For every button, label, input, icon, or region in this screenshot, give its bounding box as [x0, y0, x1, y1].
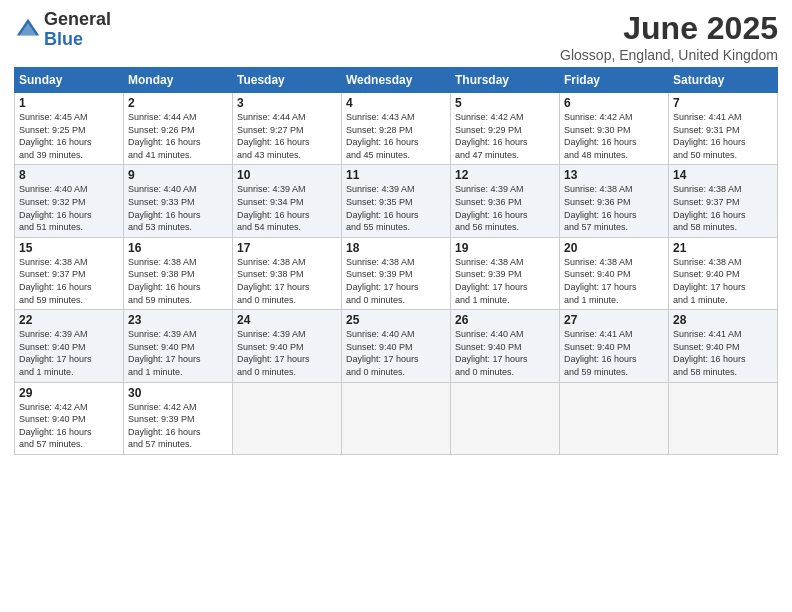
calendar-cell: 13Sunrise: 4:38 AM Sunset: 9:36 PM Dayli…: [560, 165, 669, 237]
calendar-cell: 10Sunrise: 4:39 AM Sunset: 9:34 PM Dayli…: [233, 165, 342, 237]
day-number: 18: [346, 241, 446, 255]
calendar-cell: [451, 382, 560, 454]
day-info: Sunrise: 4:38 AM Sunset: 9:38 PM Dayligh…: [237, 256, 337, 306]
day-info: Sunrise: 4:38 AM Sunset: 9:38 PM Dayligh…: [128, 256, 228, 306]
logo-icon: [14, 16, 42, 44]
calendar-week-row-5: 29Sunrise: 4:42 AM Sunset: 9:40 PM Dayli…: [15, 382, 778, 454]
logo: General Blue: [14, 10, 111, 50]
day-number: 13: [564, 168, 664, 182]
day-number: 8: [19, 168, 119, 182]
day-info: Sunrise: 4:40 AM Sunset: 9:40 PM Dayligh…: [346, 328, 446, 378]
day-info: Sunrise: 4:39 AM Sunset: 9:40 PM Dayligh…: [19, 328, 119, 378]
calendar-cell: 21Sunrise: 4:38 AM Sunset: 9:40 PM Dayli…: [669, 237, 778, 309]
day-info: Sunrise: 4:40 AM Sunset: 9:40 PM Dayligh…: [455, 328, 555, 378]
day-number: 14: [673, 168, 773, 182]
day-info: Sunrise: 4:40 AM Sunset: 9:32 PM Dayligh…: [19, 183, 119, 233]
calendar-cell: 11Sunrise: 4:39 AM Sunset: 9:35 PM Dayli…: [342, 165, 451, 237]
day-number: 20: [564, 241, 664, 255]
day-number: 2: [128, 96, 228, 110]
calendar-cell: 25Sunrise: 4:40 AM Sunset: 9:40 PM Dayli…: [342, 310, 451, 382]
calendar-cell: 20Sunrise: 4:38 AM Sunset: 9:40 PM Dayli…: [560, 237, 669, 309]
calendar-cell: 17Sunrise: 4:38 AM Sunset: 9:38 PM Dayli…: [233, 237, 342, 309]
subtitle: Glossop, England, United Kingdom: [560, 47, 778, 63]
day-number: 23: [128, 313, 228, 327]
day-info: Sunrise: 4:44 AM Sunset: 9:27 PM Dayligh…: [237, 111, 337, 161]
day-number: 15: [19, 241, 119, 255]
calendar-cell: 15Sunrise: 4:38 AM Sunset: 9:37 PM Dayli…: [15, 237, 124, 309]
day-number: 12: [455, 168, 555, 182]
day-number: 3: [237, 96, 337, 110]
day-number: 10: [237, 168, 337, 182]
calendar-cell: [669, 382, 778, 454]
page: General Blue June 2025 Glossop, England,…: [0, 0, 792, 612]
day-number: 7: [673, 96, 773, 110]
day-info: Sunrise: 4:42 AM Sunset: 9:30 PM Dayligh…: [564, 111, 664, 161]
calendar-header-saturday: Saturday: [669, 68, 778, 93]
day-number: 29: [19, 386, 119, 400]
day-number: 9: [128, 168, 228, 182]
calendar-week-row-1: 1Sunrise: 4:45 AM Sunset: 9:25 PM Daylig…: [15, 93, 778, 165]
calendar-cell: 18Sunrise: 4:38 AM Sunset: 9:39 PM Dayli…: [342, 237, 451, 309]
logo-text: General Blue: [44, 10, 111, 50]
calendar-week-row-4: 22Sunrise: 4:39 AM Sunset: 9:40 PM Dayli…: [15, 310, 778, 382]
calendar-header-sunday: Sunday: [15, 68, 124, 93]
calendar-header-wednesday: Wednesday: [342, 68, 451, 93]
day-info: Sunrise: 4:39 AM Sunset: 9:40 PM Dayligh…: [128, 328, 228, 378]
calendar-header-tuesday: Tuesday: [233, 68, 342, 93]
day-info: Sunrise: 4:38 AM Sunset: 9:39 PM Dayligh…: [346, 256, 446, 306]
calendar-cell: 16Sunrise: 4:38 AM Sunset: 9:38 PM Dayli…: [124, 237, 233, 309]
day-info: Sunrise: 4:39 AM Sunset: 9:40 PM Dayligh…: [237, 328, 337, 378]
logo-general: General: [44, 10, 111, 30]
day-info: Sunrise: 4:41 AM Sunset: 9:40 PM Dayligh…: [564, 328, 664, 378]
day-info: Sunrise: 4:41 AM Sunset: 9:31 PM Dayligh…: [673, 111, 773, 161]
calendar-header-monday: Monday: [124, 68, 233, 93]
calendar-week-row-2: 8Sunrise: 4:40 AM Sunset: 9:32 PM Daylig…: [15, 165, 778, 237]
day-number: 30: [128, 386, 228, 400]
calendar-cell: 27Sunrise: 4:41 AM Sunset: 9:40 PM Dayli…: [560, 310, 669, 382]
calendar-cell: 30Sunrise: 4:42 AM Sunset: 9:39 PM Dayli…: [124, 382, 233, 454]
calendar-cell: 24Sunrise: 4:39 AM Sunset: 9:40 PM Dayli…: [233, 310, 342, 382]
day-info: Sunrise: 4:38 AM Sunset: 9:39 PM Dayligh…: [455, 256, 555, 306]
day-info: Sunrise: 4:38 AM Sunset: 9:40 PM Dayligh…: [564, 256, 664, 306]
month-title: June 2025: [560, 10, 778, 47]
day-number: 27: [564, 313, 664, 327]
calendar-header-thursday: Thursday: [451, 68, 560, 93]
calendar-cell: 5Sunrise: 4:42 AM Sunset: 9:29 PM Daylig…: [451, 93, 560, 165]
day-info: Sunrise: 4:42 AM Sunset: 9:40 PM Dayligh…: [19, 401, 119, 451]
calendar-week-row-3: 15Sunrise: 4:38 AM Sunset: 9:37 PM Dayli…: [15, 237, 778, 309]
day-number: 6: [564, 96, 664, 110]
calendar-cell: 2Sunrise: 4:44 AM Sunset: 9:26 PM Daylig…: [124, 93, 233, 165]
calendar-cell: 22Sunrise: 4:39 AM Sunset: 9:40 PM Dayli…: [15, 310, 124, 382]
day-number: 4: [346, 96, 446, 110]
header: General Blue June 2025 Glossop, England,…: [14, 10, 778, 63]
calendar-cell: 9Sunrise: 4:40 AM Sunset: 9:33 PM Daylig…: [124, 165, 233, 237]
day-info: Sunrise: 4:39 AM Sunset: 9:36 PM Dayligh…: [455, 183, 555, 233]
calendar-cell: 28Sunrise: 4:41 AM Sunset: 9:40 PM Dayli…: [669, 310, 778, 382]
calendar-cell: 19Sunrise: 4:38 AM Sunset: 9:39 PM Dayli…: [451, 237, 560, 309]
calendar-cell: 4Sunrise: 4:43 AM Sunset: 9:28 PM Daylig…: [342, 93, 451, 165]
day-number: 28: [673, 313, 773, 327]
day-number: 5: [455, 96, 555, 110]
day-number: 21: [673, 241, 773, 255]
calendar-header-friday: Friday: [560, 68, 669, 93]
calendar-cell: 12Sunrise: 4:39 AM Sunset: 9:36 PM Dayli…: [451, 165, 560, 237]
day-number: 26: [455, 313, 555, 327]
day-info: Sunrise: 4:43 AM Sunset: 9:28 PM Dayligh…: [346, 111, 446, 161]
day-number: 24: [237, 313, 337, 327]
logo-blue: Blue: [44, 30, 111, 50]
day-info: Sunrise: 4:41 AM Sunset: 9:40 PM Dayligh…: [673, 328, 773, 378]
calendar-cell: 8Sunrise: 4:40 AM Sunset: 9:32 PM Daylig…: [15, 165, 124, 237]
calendar-cell: 23Sunrise: 4:39 AM Sunset: 9:40 PM Dayli…: [124, 310, 233, 382]
calendar-header-row: SundayMondayTuesdayWednesdayThursdayFrid…: [15, 68, 778, 93]
day-info: Sunrise: 4:40 AM Sunset: 9:33 PM Dayligh…: [128, 183, 228, 233]
title-block: June 2025 Glossop, England, United Kingd…: [560, 10, 778, 63]
day-number: 16: [128, 241, 228, 255]
calendar-cell: 26Sunrise: 4:40 AM Sunset: 9:40 PM Dayli…: [451, 310, 560, 382]
day-info: Sunrise: 4:38 AM Sunset: 9:37 PM Dayligh…: [19, 256, 119, 306]
calendar-cell: 6Sunrise: 4:42 AM Sunset: 9:30 PM Daylig…: [560, 93, 669, 165]
day-info: Sunrise: 4:45 AM Sunset: 9:25 PM Dayligh…: [19, 111, 119, 161]
calendar-cell: [342, 382, 451, 454]
calendar-cell: 29Sunrise: 4:42 AM Sunset: 9:40 PM Dayli…: [15, 382, 124, 454]
day-info: Sunrise: 4:42 AM Sunset: 9:29 PM Dayligh…: [455, 111, 555, 161]
day-number: 22: [19, 313, 119, 327]
